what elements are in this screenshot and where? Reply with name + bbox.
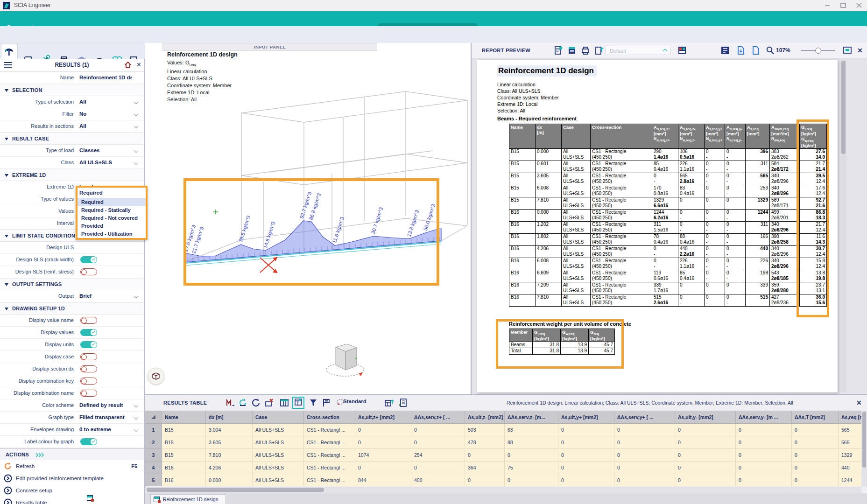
layout-grid-icon[interactable] (677, 45, 687, 56)
table-export-up-icon[interactable] (384, 398, 394, 407)
dropdown-option-required[interactable]: Required (78, 198, 146, 206)
grid-row[interactable]: 2B153.605All ULS+SLSCS1 - Rectangl ...00… (145, 436, 862, 449)
grid-cell[interactable]: CS1 - Rectangl ... (304, 462, 355, 474)
grid-cell[interactable]: 0 (614, 474, 675, 487)
grid-column-header[interactable]: dx [m] (206, 411, 253, 424)
grid-cell[interactable]: 1074 (355, 449, 411, 462)
report-scrollbar[interactable] (840, 60, 846, 392)
grid-cell[interactable]: CS1 - Rectangl ... (304, 449, 355, 462)
chevron-down-icon[interactable] (134, 124, 139, 129)
grid-cell[interactable]: All ULS+SLS (253, 449, 304, 462)
minimize-button[interactable] (819, 0, 835, 11)
grid-cell[interactable]: 0 (614, 449, 675, 462)
grid-column-header[interactable]: As,ult,z- [mm2] (465, 411, 505, 424)
panel-close-icon[interactable]: ✕ (136, 61, 143, 69)
pin-table-icon-active[interactable] (292, 397, 304, 409)
grid-cell[interactable]: 0 (411, 424, 465, 436)
grid-cell[interactable]: B16 (162, 462, 206, 474)
new-table-tab-icon[interactable] (87, 494, 94, 502)
refresh-table-icon[interactable] (238, 398, 248, 407)
toggle-on[interactable] (80, 341, 97, 348)
hscroll-thumb[interactable] (147, 488, 324, 492)
chevron-down-icon[interactable] (134, 415, 139, 420)
grid-cell[interactable]: 0 (411, 462, 465, 474)
toggle-on[interactable] (80, 329, 97, 336)
grid-cell[interactable]: All ULS+SLS (253, 462, 304, 474)
grid-cell[interactable]: 0 (736, 436, 792, 449)
print-icon[interactable] (580, 45, 591, 56)
grid-cell[interactable]: All ULS+SLS (253, 436, 304, 449)
toggle-off[interactable] (80, 378, 97, 385)
grid-cell[interactable]: 0 (792, 436, 839, 449)
grid-cell[interactable]: All ULS+SLS (253, 424, 304, 436)
grid-cell[interactable]: 0 (614, 462, 675, 474)
report-template-select[interactable]: Default (606, 46, 671, 55)
property-value[interactable]: All (79, 120, 132, 132)
toggle-off[interactable] (80, 390, 97, 397)
property-value[interactable]: All ULS+SLS (79, 157, 132, 168)
grid-cell[interactable]: 0 (355, 462, 411, 474)
property-value[interactable]: Defined by result (79, 399, 132, 411)
grid-cell[interactable]: 0 (614, 424, 675, 436)
grid-column-header[interactable]: ΔAs,serv,z- [m... (505, 411, 558, 424)
excel-export-icon[interactable]: x (398, 398, 408, 407)
grid-cell[interactable]: 0.000 (206, 474, 253, 487)
grid-cell[interactable]: 0 (736, 462, 792, 474)
property-value[interactable]: Brief (79, 290, 132, 302)
vertical-scrollbar[interactable] (861, 411, 867, 487)
dropdown-option-required-statically[interactable]: Required - Statically (78, 206, 146, 214)
grid-cell[interactable]: 0 (792, 474, 839, 487)
page-export-icon[interactable] (736, 45, 746, 56)
grid-cell[interactable]: B15 (162, 424, 206, 436)
expand-actions-icon[interactable] (35, 453, 44, 457)
grid-cell[interactable]: 0 (411, 436, 465, 449)
chevron-down-icon[interactable] (134, 112, 139, 117)
property-value[interactable]: All (79, 96, 132, 108)
dropdown-option-provided[interactable]: Provided (78, 222, 146, 230)
toggle-on[interactable] (80, 438, 97, 445)
grid-cell[interactable]: 3.605 (206, 436, 253, 449)
navigation-cube[interactable] (326, 344, 364, 376)
grid-cell[interactable]: 478 (465, 436, 505, 449)
grid-cell[interactable]: 0 (465, 449, 505, 462)
grid-cell[interactable]: CS1 - Rectangl ... (304, 474, 355, 487)
grid-cell[interactable]: 0 (736, 449, 792, 462)
export-report-icon[interactable] (594, 45, 604, 56)
grid-cell[interactable]: 0 (792, 449, 839, 462)
grid-column-header[interactable]: ΔAs,serv,y- [m ... (736, 411, 792, 424)
grid-column-header[interactable]: Cross-section (304, 411, 355, 424)
grid-cell[interactable]: 0 (355, 424, 411, 436)
grid-cell[interactable]: 0 (505, 449, 558, 462)
grid-column-header[interactable]: As,req [mm2] (839, 411, 862, 424)
grid-cell[interactable]: 254 (411, 449, 465, 462)
toggle-on[interactable] (80, 256, 97, 263)
grid-column-header[interactable]: ΔAs,T [mm2] (792, 411, 839, 424)
section-header-selection[interactable]: SELECTION (0, 84, 144, 96)
page-icon[interactable] (751, 45, 761, 56)
toggle-off[interactable] (80, 365, 97, 372)
toggle-off[interactable] (80, 317, 97, 324)
grid-cell[interactable]: 844 (355, 474, 411, 487)
zoom-icon[interactable] (765, 45, 775, 56)
chevron-down-icon[interactable] (134, 100, 139, 105)
dropdown-field[interactable]: Required (78, 188, 146, 198)
grid-cell[interactable]: 7.810 (206, 449, 253, 462)
chevron-down-icon[interactable] (134, 161, 139, 165)
grid-cell[interactable]: 1329 (839, 449, 862, 462)
property-value[interactable]: No (79, 108, 132, 120)
grid-column-header[interactable]: ΔAs,serv,y+ [ ... (614, 411, 675, 424)
grid-cell[interactable]: B15 (162, 436, 206, 449)
grid-cell[interactable]: 364 (465, 462, 505, 474)
grid-column-header[interactable]: Name (162, 411, 206, 424)
section-header-result-case[interactable]: RESULT CASE (0, 133, 144, 145)
action-edit-provided-reinforcement-template[interactable]: Edit provided reinforcement template (0, 472, 144, 484)
chevron-down-icon[interactable] (134, 148, 139, 153)
grid-cell[interactable]: 0 (558, 424, 614, 436)
grid-cell[interactable]: CS1 - Rectangl ... (304, 424, 355, 436)
axonometric-view-button[interactable] (148, 368, 164, 385)
chevron-down-icon[interactable] (134, 294, 139, 299)
action-results-table[interactable]: Results table (0, 497, 144, 504)
grid-cell[interactable]: 0 (736, 474, 792, 487)
table-preset-select[interactable]: Standard (343, 399, 369, 404)
results-module-tab[interactable] (1, 44, 18, 59)
